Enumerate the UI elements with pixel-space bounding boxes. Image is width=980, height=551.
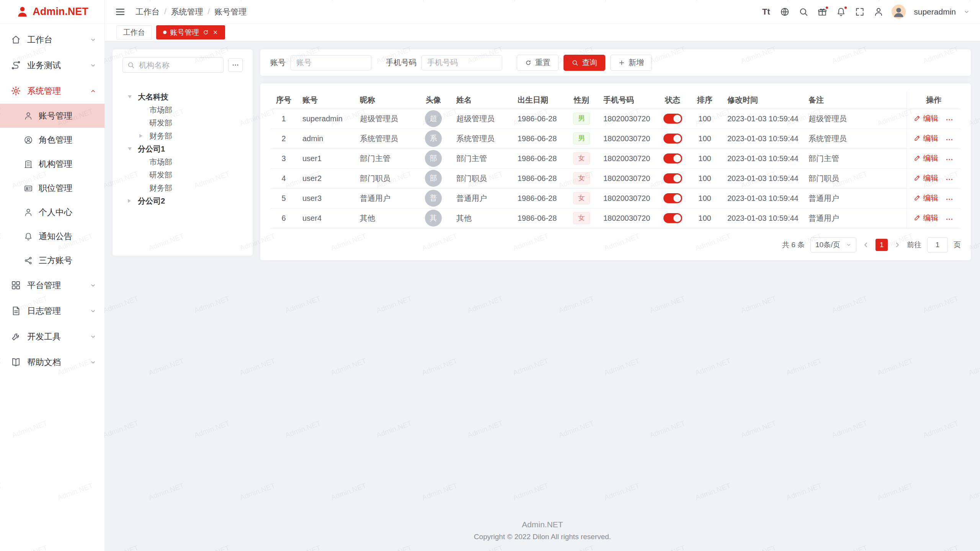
edit-button[interactable]: 编辑	[914, 113, 938, 124]
cell-name: 系统管理员	[451, 129, 512, 148]
cell-sort: 100	[688, 188, 722, 208]
gear-icon	[11, 86, 21, 96]
status-toggle[interactable]	[663, 153, 682, 163]
sidebar-item-platform[interactable]: 平台管理	[0, 272, 105, 298]
row-more-button[interactable]	[945, 155, 954, 164]
tree-node[interactable]: 市场部	[122, 155, 243, 168]
edit-button[interactable]: 编辑	[914, 153, 938, 163]
org-search-input[interactable]	[122, 57, 224, 73]
username[interactable]: superadmin	[914, 7, 956, 16]
prev-page-button[interactable]	[862, 241, 870, 249]
refresh-tab-icon[interactable]	[203, 29, 209, 36]
breadcrumb-item[interactable]: 系统管理	[171, 7, 203, 17]
total-count: 共 6 条	[782, 240, 805, 250]
sidebar-item-workbench[interactable]: 工作台	[0, 27, 105, 52]
sidebar-item-label: 开发工具	[27, 331, 61, 342]
sidebar-item-notice[interactable]: 通知公告	[0, 224, 105, 248]
next-page-button[interactable]	[893, 241, 901, 249]
sidebar-item-devtools[interactable]: 开发工具	[0, 324, 105, 349]
avatar[interactable]	[892, 5, 906, 19]
user-icon[interactable]	[873, 6, 884, 18]
add-button[interactable]: 新增	[610, 55, 652, 71]
wrench-icon	[11, 331, 21, 342]
tree-node[interactable]: 财务部	[122, 181, 243, 194]
sidebar-item-label: 系统管理	[27, 85, 61, 97]
query-button[interactable]: 查询	[564, 55, 605, 71]
fullscreen-icon[interactable]	[854, 6, 866, 18]
reset-button[interactable]: 重置	[517, 55, 559, 71]
caret-right-icon	[139, 134, 142, 138]
edit-button[interactable]: 编辑	[914, 133, 938, 143]
chevron-down-icon[interactable]	[963, 6, 970, 18]
edit-button[interactable]: 编辑	[914, 173, 938, 183]
cell-remark: 超级管理员	[803, 109, 906, 129]
sidebar-item-logs[interactable]: 日志管理	[0, 298, 105, 324]
hamburger-menu-icon[interactable]	[115, 7, 126, 17]
sidebar-item-account-mgmt[interactable]: 账号管理	[0, 104, 105, 128]
cell-nickname: 部门主管	[354, 148, 416, 168]
sidebar-item-business-test[interactable]: 业务测试	[0, 52, 105, 78]
tree-node[interactable]: 研发部	[122, 168, 243, 181]
edit-button[interactable]: 编辑	[914, 213, 938, 223]
tree-node-label: 市场部	[149, 105, 172, 115]
sidebar-item-position-mgmt[interactable]: 职位管理	[0, 176, 105, 200]
row-more-button[interactable]	[945, 135, 954, 144]
status-toggle[interactable]	[663, 114, 682, 124]
table-row: 2 admin 系统管理员 系 系统管理员 1986-06-28 男 18020…	[270, 129, 961, 148]
font-size-icon[interactable]: Tt	[760, 6, 772, 18]
sidebar-item-personal-center[interactable]: 个人中心	[0, 200, 105, 224]
account-filter-label: 账号	[270, 57, 286, 68]
status-toggle[interactable]	[663, 193, 682, 203]
goto-page-input[interactable]	[927, 237, 948, 253]
topbar-actions: Tt superadmin	[760, 5, 970, 19]
tree-node[interactable]: 分公司1	[122, 142, 243, 155]
chevron-down-icon	[90, 308, 96, 314]
breadcrumb-item[interactable]: 工作台	[136, 7, 160, 17]
row-more-button[interactable]	[945, 175, 954, 184]
sidebar-item-third-party-account[interactable]: 三方账号	[0, 248, 105, 272]
logo[interactable]: Admin.NET	[0, 0, 105, 24]
tree-node[interactable]: 研发部	[122, 116, 243, 129]
sidebar-item-org-mgmt[interactable]: 机构管理	[0, 152, 105, 176]
sidebar-item-role-mgmt[interactable]: 角色管理	[0, 128, 105, 152]
caret-down-icon	[128, 95, 132, 98]
sidebar-item-help-docs[interactable]: 帮助文档	[0, 349, 105, 375]
gender-badge: 女	[573, 212, 590, 224]
phone-filter-input[interactable]	[421, 55, 502, 70]
cell-birth-date: 1986-06-28	[512, 188, 565, 208]
cell-sort: 100	[688, 109, 722, 129]
tree-node[interactable]: 分公司2	[122, 194, 243, 207]
row-more-button[interactable]	[945, 116, 954, 124]
search-icon[interactable]	[798, 6, 809, 18]
bell-icon	[24, 232, 33, 241]
tree-node[interactable]: 大名科技	[122, 90, 243, 103]
row-more-button[interactable]	[945, 215, 954, 223]
cell-phone: 18020030720	[598, 168, 658, 188]
tree-node[interactable]: 市场部	[122, 103, 243, 116]
phone-filter-label: 手机号码	[386, 57, 416, 68]
gift-icon[interactable]	[817, 6, 828, 18]
status-toggle[interactable]	[663, 213, 682, 223]
breadcrumb: 工作台 / 系统管理 / 账号管理	[136, 7, 247, 17]
cell-nickname: 部门职员	[354, 168, 416, 188]
sidebar-item-system[interactable]: 系统管理	[0, 78, 105, 104]
notification-badge	[844, 6, 848, 10]
page-size-select[interactable]: 10条/页	[810, 237, 856, 253]
status-toggle[interactable]	[663, 134, 682, 143]
cell-account: user1	[297, 148, 354, 168]
page-number-button[interactable]: 1	[875, 239, 888, 251]
tree-node[interactable]: 财务部	[122, 129, 243, 142]
tab-workbench[interactable]: 工作台	[116, 25, 152, 39]
status-toggle[interactable]	[663, 173, 682, 183]
edit-button[interactable]: 编辑	[914, 193, 938, 203]
route-icon	[11, 60, 21, 70]
cell-phone: 18020030720	[598, 129, 658, 148]
account-filter-input[interactable]	[291, 55, 371, 70]
row-more-button[interactable]	[945, 195, 954, 204]
tab-account-mgmt[interactable]: 账号管理	[156, 25, 225, 39]
bell-icon[interactable]	[835, 6, 847, 18]
org-more-button[interactable]	[228, 58, 243, 72]
close-tab-icon[interactable]	[212, 29, 218, 35]
search-icon	[127, 61, 135, 69]
globe-icon[interactable]	[779, 6, 791, 18]
